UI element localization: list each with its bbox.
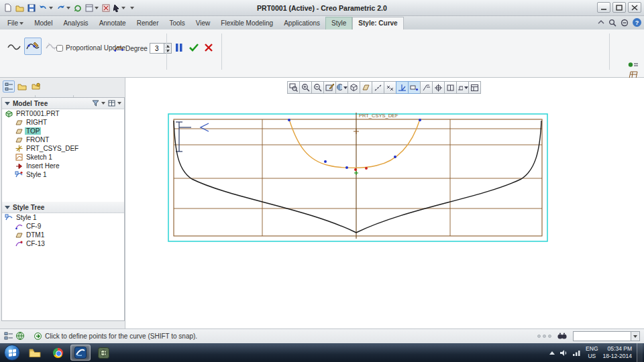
cancel-x-icon[interactable] — [200, 39, 217, 56]
spin-center-icon[interactable] — [432, 81, 445, 94]
view-normal-icon[interactable] — [444, 81, 457, 94]
tab-style-curve[interactable]: Style: Curve — [352, 17, 403, 29]
tree-item-csys[interactable]: PRT_CSYS_DEF — [2, 144, 124, 153]
annotation-display-icon[interactable] — [420, 81, 433, 94]
navigator-toggle-icon[interactable] — [4, 331, 13, 342]
select-arrow-icon[interactable] — [112, 2, 127, 14]
taskbar-app-button[interactable] — [93, 345, 113, 361]
curve-edit-icon[interactable] — [24, 38, 42, 55]
tab-analysis[interactable]: Analysis — [58, 17, 93, 29]
volume-icon[interactable] — [559, 349, 568, 357]
clock[interactable]: 05:34 PM 18-12-2014 — [603, 345, 632, 359]
datum-point-display-icon[interactable] — [384, 81, 396, 94]
show-hidden-icons-icon[interactable] — [549, 351, 555, 355]
regenerate-icon[interactable] — [72, 2, 83, 14]
collapse-section-icon[interactable] — [5, 206, 10, 209]
network-icon[interactable] — [572, 349, 581, 357]
start-button[interactable] — [4, 345, 20, 361]
style-tree-item-dtm1[interactable]: DTM1 — [2, 231, 124, 239]
undo-icon[interactable] — [38, 2, 54, 14]
repaint-icon[interactable] — [323, 81, 336, 94]
tab-render[interactable]: Render — [131, 17, 164, 29]
minimize-icon[interactable] — [597, 2, 610, 13]
tree-item-insert-here[interactable]: Insert Here — [2, 162, 124, 170]
tab-style[interactable]: Style — [325, 17, 352, 29]
tab-applications[interactable]: Applications — [278, 17, 325, 29]
display-style-icon[interactable] — [347, 81, 360, 94]
tree-item-style[interactable]: Style 1 — [2, 170, 124, 179]
style-curve[interactable] — [289, 119, 420, 168]
graphics-canvas[interactable]: PRT_CSYS_DEF — [125, 78, 644, 328]
close-window-icon[interactable] — [101, 2, 111, 14]
taskbar-creo-button[interactable] — [70, 345, 91, 361]
options-toggle-icon[interactable] — [628, 62, 639, 68]
zoom-in-icon[interactable] — [299, 81, 312, 94]
display-options-icon[interactable] — [621, 19, 629, 27]
qat-customize-icon[interactable] — [127, 2, 136, 14]
status-bar-icons — [0, 331, 29, 342]
model-tree-toggle-icon[interactable] — [3, 80, 15, 93]
tree-item-sketch[interactable]: Sketch 1 — [2, 153, 124, 162]
status-bar-right — [537, 331, 644, 341]
refit-icon[interactable] — [287, 81, 300, 94]
save-icon[interactable] — [26, 2, 37, 14]
find-tool-icon[interactable] — [557, 332, 568, 341]
curve-create-icon[interactable] — [5, 38, 23, 55]
date: 18-12-2014 — [603, 353, 632, 360]
curve-feature-icon — [15, 240, 23, 248]
language-code: ENG — [586, 345, 598, 353]
show-desktop-button[interactable] — [637, 343, 643, 362]
tab-annotate[interactable]: Annotate — [94, 17, 131, 29]
style-tree-item-cf13[interactable]: CF-13 — [2, 239, 124, 248]
tab-model[interactable]: Model — [29, 17, 58, 29]
zoom-out-icon[interactable] — [311, 81, 324, 94]
tree-spacer — [2, 179, 124, 202]
redo-icon[interactable] — [55, 2, 72, 14]
taskbar-chrome-button[interactable] — [48, 345, 68, 361]
datum-axis-display-icon[interactable] — [372, 81, 384, 94]
close-icon[interactable] — [628, 2, 641, 13]
tab-flexible-modeling[interactable]: Flexible Modeling — [215, 17, 278, 29]
proportional-update-checkbox[interactable] — [56, 45, 63, 52]
view-manager-icon[interactable] — [468, 81, 481, 94]
csys-marker-icon — [354, 129, 359, 134]
search-icon[interactable] — [608, 19, 616, 27]
tab-tools[interactable]: Tools — [164, 17, 190, 29]
tab-file[interactable]: File — [2, 17, 29, 29]
style-tree-item-style1[interactable]: Style 1 — [2, 213, 124, 222]
combo-dropdown-icon[interactable] — [631, 332, 639, 341]
windows-icon[interactable] — [84, 2, 100, 14]
degree-input[interactable] — [150, 44, 164, 53]
help-icon[interactable]: ? — [633, 18, 641, 27]
tree-filters-button[interactable] — [92, 100, 105, 107]
quick-access-toolbar — [0, 2, 136, 14]
datum-plane-display-icon[interactable] — [360, 81, 372, 94]
saved-orientations-icon[interactable] — [456, 81, 469, 94]
point-tag-display-icon[interactable] — [408, 81, 421, 94]
shading-icon[interactable] — [335, 81, 348, 94]
browser-toggle-icon[interactable] — [15, 331, 25, 342]
tree-item-part[interactable]: PRT0001.PRT — [2, 109, 124, 118]
new-file-icon[interactable] — [3, 2, 13, 14]
taskbar-folder-button[interactable] — [25, 345, 45, 361]
maximize-icon[interactable] — [612, 2, 626, 13]
tree-item-front[interactable]: FRONT — [2, 135, 124, 144]
tree-filter-icon — [92, 100, 99, 107]
tree-settings-button[interactable] — [108, 100, 121, 107]
open-folder-icon[interactable] — [14, 2, 25, 14]
windows-taskbar: ENG US 05:34 PM 18-12-2014 — [0, 343, 644, 362]
folder-browser-icon[interactable] — [16, 80, 28, 93]
selection-filter-combo[interactable] — [573, 331, 640, 341]
hull-curve[interactable] — [174, 121, 541, 233]
style-tree-item-cf9[interactable]: CF-9 — [2, 222, 124, 231]
collapse-section-icon[interactable] — [5, 102, 10, 105]
system-tray: ENG US 05:34 PM 18-12-2014 — [549, 343, 644, 362]
collapse-ribbon-icon[interactable] — [598, 20, 604, 25]
tree-item-right[interactable]: RIGHT — [2, 118, 124, 127]
prompt-arrow-icon — [34, 333, 42, 340]
tree-item-top[interactable]: TOP — [2, 127, 124, 135]
csys-display-icon[interactable] — [396, 81, 409, 94]
tab-view[interactable]: View — [191, 17, 216, 29]
favorites-icon[interactable] — [30, 80, 42, 93]
language-indicator[interactable]: ENG US — [586, 345, 598, 359]
